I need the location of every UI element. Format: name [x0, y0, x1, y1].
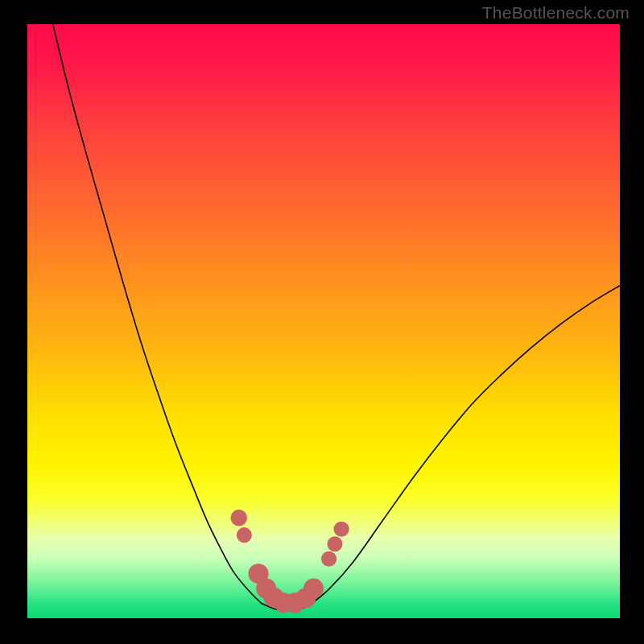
data-marker — [230, 510, 247, 526]
data-marker — [327, 536, 342, 551]
image-frame: TheBottleneck.com — [0, 0, 644, 644]
chart-svg — [27, 24, 620, 618]
left-curve — [53, 24, 262, 604]
data-marker — [303, 579, 324, 599]
watermark-text: TheBottleneck.com — [482, 3, 630, 23]
plot-area — [27, 24, 620, 618]
data-marker — [321, 551, 336, 567]
markers-group — [230, 510, 349, 613]
data-marker — [334, 522, 349, 537]
data-marker — [237, 527, 252, 543]
right-curve — [312, 286, 620, 604]
